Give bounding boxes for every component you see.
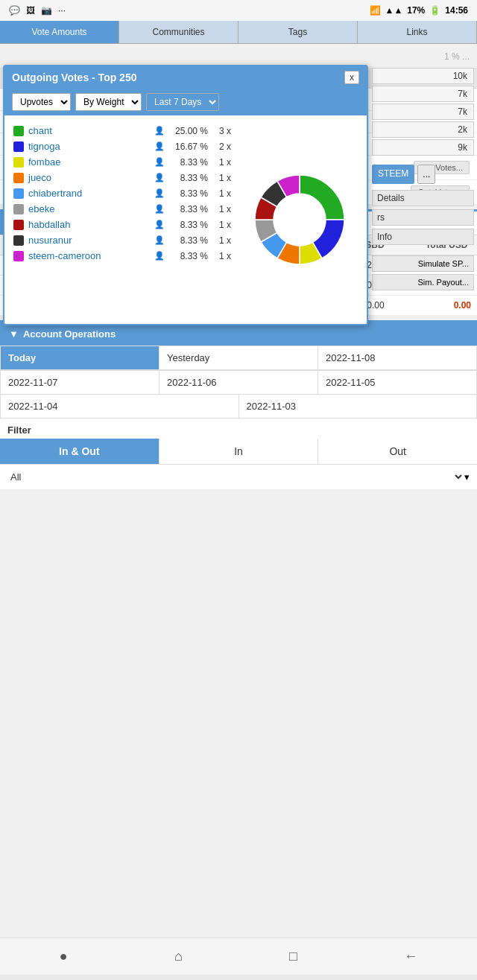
vote-count: 2 x	[212, 141, 231, 152]
bottom-nav: ● ⌂ □ ←	[0, 938, 477, 975]
vote-name: tignoga	[28, 141, 150, 152]
status-right: 📶 ▲▲ 17% 🔋 14:56	[370, 5, 469, 16]
date-2022-11-07[interactable]: 2022-11-07	[1, 371, 159, 394]
tab-communities[interactable]: Communities	[119, 21, 238, 43]
more-icon: ···	[58, 5, 66, 16]
vote-count: 1 x	[212, 251, 231, 261]
vote-percent: 16.67 %	[169, 141, 208, 152]
vote-color-dot	[13, 141, 24, 152]
sidebar-val-3: 7k	[372, 104, 474, 120]
vote-row[interactable]: nusuranur 👤 8.33 % 1 x	[12, 232, 233, 248]
vote-row[interactable]: fombae 👤 8.33 % 1 x	[12, 154, 233, 170]
inout-tab-in[interactable]: In	[159, 439, 318, 464]
bottom-nav-dot[interactable]: ●	[51, 944, 77, 969]
vote-percent: 8.33 %	[169, 173, 208, 183]
vote-color-dot	[13, 251, 24, 261]
date-yesterday[interactable]: Yesterday	[159, 346, 318, 369]
sidebar-val-1: 10k	[372, 68, 474, 84]
vote-color-dot	[13, 220, 24, 230]
period-select[interactable]: Last 7 Days	[146, 93, 219, 111]
vote-percent: 8.33 %	[169, 235, 208, 246]
vote-percent: 8.33 %	[169, 204, 208, 214]
vote-person-icon: 👤	[154, 126, 165, 136]
vote-count: 1 x	[212, 188, 231, 199]
bottom-nav-back[interactable]: ←	[395, 944, 426, 969]
vote-percent: 8.33 %	[169, 220, 208, 230]
chart-area	[240, 123, 359, 316]
filter-section: Filter	[0, 419, 477, 439]
date-grid-row1: Today Yesterday 2022-11-08	[0, 346, 477, 370]
signal-icon: ▲▲	[385, 5, 403, 16]
modal-body: chant 👤 25.00 % 3 x tignoga 👤 16.67 % 2 …	[4, 115, 367, 324]
vote-type-select[interactable]: Upvotes	[12, 93, 71, 111]
vote-row[interactable]: chant 👤 25.00 % 3 x	[12, 123, 233, 139]
battery-percent: 17%	[407, 5, 425, 16]
bottom-nav-home[interactable]: ⌂	[165, 944, 192, 969]
vote-person-icon: 👤	[154, 204, 165, 214]
date-today[interactable]: Today	[1, 346, 159, 369]
sort-by-select[interactable]: By Weight	[75, 93, 142, 111]
date-2022-11-03[interactable]: 2022-11-03	[239, 395, 477, 418]
vote-person-icon: 👤	[154, 173, 165, 182]
vote-row[interactable]: ebeke 👤 8.33 % 1 x	[12, 201, 233, 217]
bottom-nav-square[interactable]: □	[280, 944, 306, 969]
modal-title: Outgoing Votes - Top 250	[12, 71, 136, 83]
vote-color-dot	[13, 173, 24, 183]
vote-percent: 8.33 %	[169, 251, 208, 261]
vote-row[interactable]: steem-cameroon 👤 8.33 % 1 x	[12, 248, 233, 264]
inout-tabs: In & Out In Out	[0, 439, 477, 464]
date-2022-11-08[interactable]: 2022-11-08	[318, 346, 476, 369]
vote-person-icon: 👤	[154, 235, 165, 245]
tab-vote-amounts[interactable]: Vote Amounts	[0, 21, 119, 43]
steem-button[interactable]: STEEM	[372, 165, 414, 184]
simulate-sp-button[interactable]: Simulate SP...	[372, 255, 474, 272]
main-content: 1 % ... 10k 7k 7k 2k 9k STEEM ... Detail…	[0, 44, 477, 938]
rs-button[interactable]: rs	[372, 209, 474, 226]
date-2022-11-04[interactable]: 2022-11-04	[1, 395, 238, 418]
filter-label: Filter	[7, 424, 31, 436]
vote-color-dot	[13, 188, 24, 199]
tab-links[interactable]: Links	[358, 21, 477, 43]
sim-payout-button[interactable]: Sim. Payout...	[372, 274, 474, 290]
account-ops-title: Account Operations	[23, 328, 116, 340]
details-button[interactable]: Details	[372, 190, 474, 206]
vote-person-icon: 👤	[154, 141, 165, 151]
modal-close-button[interactable]: x	[344, 71, 359, 84]
sim-icon: 📶	[370, 5, 381, 16]
vote-person-icon: 👤	[154, 220, 165, 229]
vote-color-dot	[13, 235, 24, 246]
image-icon: 🖼	[26, 5, 35, 16]
modal-controls: Upvotes By Weight Last 7 Days	[4, 89, 367, 115]
camera-icon: 📷	[41, 5, 52, 16]
tab-tags[interactable]: Tags	[238, 21, 358, 43]
vote-percent: 8.33 %	[169, 188, 208, 199]
vote-percent: 8.33 %	[169, 157, 208, 168]
status-bar: 💬 🖼 📷 ··· 📶 ▲▲ 17% 🔋 14:56	[0, 0, 477, 21]
vote-name: nusuranur	[28, 235, 150, 246]
dropdown-chevron-icon: ▾	[464, 471, 470, 483]
modal-header: Outgoing Votes - Top 250 x	[4, 66, 367, 89]
vote-row[interactable]: tignoga 👤 16.67 % 2 x	[12, 139, 233, 154]
modal: Outgoing Votes - Top 250 x Upvotes By We…	[3, 65, 368, 325]
all-select[interactable]: All	[7, 471, 464, 483]
date-2022-11-05[interactable]: 2022-11-05	[318, 371, 476, 394]
vote-row[interactable]: jueco 👤 8.33 % 1 x	[12, 170, 233, 185]
vote-row[interactable]: chiabertrand 👤 8.33 % 1 x	[12, 185, 233, 201]
sidebar-val-5: 9k	[372, 139, 474, 156]
all-dropdown[interactable]: All ▾	[0, 464, 477, 489]
inout-tab-inout[interactable]: In & Out	[0, 439, 159, 464]
sidebar-val-2: 7k	[372, 86, 474, 102]
whatsapp-icon: 💬	[9, 5, 20, 16]
date-2022-11-06[interactable]: 2022-11-06	[159, 371, 318, 394]
inout-tab-out[interactable]: Out	[318, 439, 477, 464]
vote-color-dot	[13, 157, 24, 168]
status-left-icons: 💬 🖼 📷 ···	[9, 5, 66, 16]
account-ops-section: ▼ Account Operations Today Yesterday 202…	[0, 320, 477, 489]
vote-name: chant	[28, 125, 150, 136]
vote-percent: 25.00 %	[169, 126, 208, 136]
reward-total: 0.00	[391, 296, 477, 316]
vote-count: 1 x	[212, 235, 231, 246]
more-button[interactable]: ...	[417, 165, 435, 184]
info-button[interactable]: Info	[372, 229, 474, 245]
vote-row[interactable]: habdallah 👤 8.33 % 1 x	[12, 217, 233, 232]
